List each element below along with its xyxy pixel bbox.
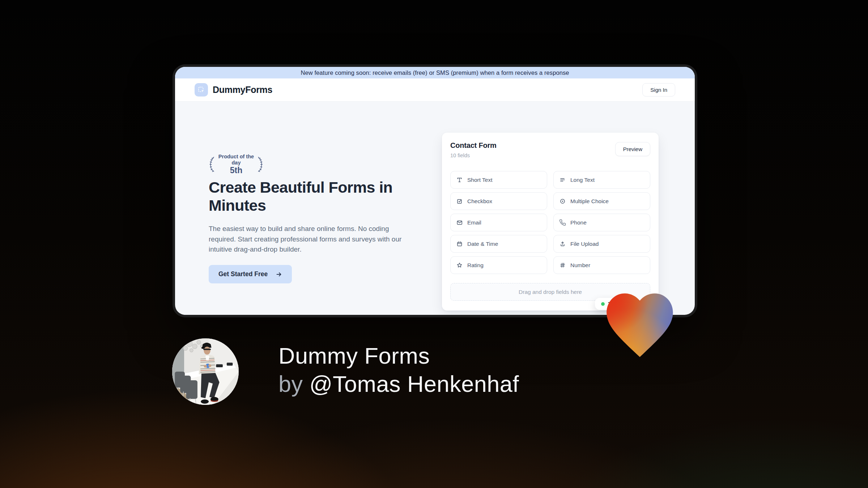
hash-icon [559, 262, 566, 269]
product-name-text: Dummy Forms [278, 342, 519, 370]
promo-background: New feature coming soon: receive emails … [0, 0, 868, 488]
form-cursor-icon [197, 86, 205, 94]
creator-handle-line: by @Tomas Henkenhaf [278, 370, 519, 398]
field-type-file-upload[interactable]: File Upload [553, 235, 650, 253]
hero-heading: Create Beautiful Forms in Minutes [209, 178, 409, 215]
checkbox-icon [456, 198, 463, 205]
align-left-icon [559, 176, 566, 183]
field-type-label: Phone [570, 219, 587, 226]
phone-icon [559, 219, 566, 226]
hero-description: The easiest way to build and share onlin… [209, 224, 418, 255]
field-type-label: Number [570, 262, 590, 269]
field-type-label: Short Text [467, 177, 493, 183]
creator-byline: Dummy Forms by @Tomas Henkenhaf [278, 342, 519, 398]
field-type-long-text[interactable]: Long Text [553, 171, 650, 189]
field-type-label: Checkbox [467, 198, 492, 205]
form-card-header: Contact Form 10 fields Preview [450, 141, 650, 162]
field-type-short-text[interactable]: Short Text [450, 171, 547, 189]
calendar-icon [456, 240, 463, 247]
app-logo[interactable] [195, 83, 208, 97]
field-type-multiple-choice[interactable]: Multiple Choice [553, 192, 650, 210]
product-of-the-day-badge: Product of the day 5th [209, 154, 264, 175]
preview-button[interactable]: Preview [615, 142, 650, 156]
star-icon [456, 262, 463, 269]
sign-in-button[interactable]: Sign In [642, 83, 675, 97]
field-type-phone[interactable]: Phone [553, 214, 650, 231]
arrow-right-icon [276, 271, 282, 278]
field-type-grid: Short Text Long Text Checkbox [450, 171, 650, 274]
byline-prefix: by [278, 371, 310, 397]
upload-icon [559, 240, 566, 247]
announcement-banner: New feature coming soon: receive emails … [175, 67, 695, 78]
browser-window: New feature coming soon: receive emails … [175, 67, 695, 315]
creator-handle: @Tomas Henkenhaf [310, 371, 519, 397]
creator-avatar [172, 338, 239, 405]
field-type-label: Email [467, 219, 481, 226]
heart-icon [600, 283, 680, 366]
field-type-label: File Upload [570, 241, 599, 247]
award-rank: 5th [216, 166, 257, 175]
field-type-label: Multiple Choice [570, 198, 609, 205]
laurel-left-icon [209, 155, 216, 174]
field-type-email[interactable]: Email [450, 214, 547, 231]
award-text: Product of the day 5th [216, 154, 257, 175]
laurel-right-icon [256, 155, 264, 174]
get-started-button[interactable]: Get Started Free [209, 265, 292, 283]
get-started-label: Get Started Free [218, 270, 268, 278]
app-header: DummyForms Sign In [175, 78, 695, 102]
type-icon [456, 176, 463, 183]
field-type-number[interactable]: Number [553, 256, 650, 274]
mail-icon [456, 219, 463, 226]
dropzone-label: Drag and drop fields here [519, 289, 582, 295]
radio-icon [559, 198, 566, 205]
field-type-checkbox[interactable]: Checkbox [450, 192, 547, 210]
creator-avatar-photo [172, 338, 239, 405]
announcement-text: New feature coming soon: receive emails … [301, 69, 569, 76]
brand-name: DummyForms [213, 85, 272, 95]
field-type-label: Long Text [570, 177, 595, 183]
field-type-label: Rating [467, 262, 484, 269]
field-type-date-time[interactable]: Date & Time [450, 235, 547, 253]
field-type-label: Date & Time [467, 241, 498, 247]
field-type-rating[interactable]: Rating [450, 256, 547, 274]
award-title: Product of the day [216, 154, 257, 166]
